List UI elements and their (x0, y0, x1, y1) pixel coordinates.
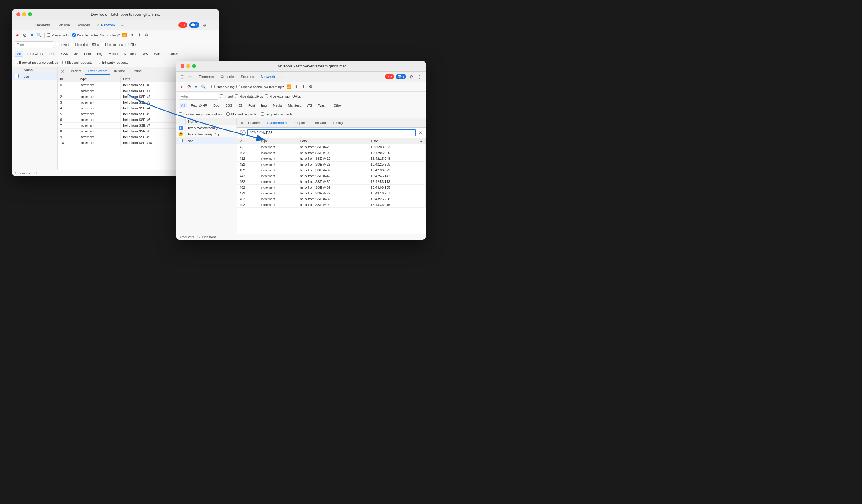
upload-icon-2[interactable]: ⬆ (293, 84, 299, 90)
type-btn-other-1[interactable]: Other (167, 51, 180, 56)
third-party-checkbox-1[interactable] (97, 61, 100, 64)
device-icon[interactable]: ▱ (23, 22, 29, 29)
third-party-label-1[interactable]: 3rd-party requests (97, 61, 128, 64)
type-btn-js-2[interactable]: JS (236, 103, 245, 108)
minimize-button-2[interactable] (186, 64, 190, 68)
eventstream-search-input[interactable] (247, 129, 416, 136)
record-icon[interactable]: ● (15, 32, 20, 38)
type-btn-manifest-2[interactable]: Manifest (285, 103, 303, 108)
tab-elements-2[interactable]: Elements (196, 74, 217, 80)
filter-icon-2[interactable]: ▼ (193, 84, 199, 90)
panel-tab-timing-1[interactable]: Timing (129, 68, 145, 75)
hide-data-urls-label-2[interactable]: Hide data URLs (235, 94, 263, 98)
blocked-requests-checkbox-2[interactable] (226, 112, 230, 116)
cursor-icon-2[interactable]: ⌶ (179, 74, 185, 80)
throttle-select-2[interactable]: No throttling ▾ (264, 85, 284, 89)
throttle-select-1[interactable]: No throttling ▾ (100, 33, 120, 37)
maximize-button-2[interactable] (192, 64, 196, 68)
sort-col-header-2[interactable]: ▲ (417, 138, 426, 144)
wifi-icon-2[interactable]: 📶 (286, 84, 291, 90)
hide-extension-urls-checkbox-1[interactable] (101, 43, 104, 46)
blocked-cookies-label-2[interactable]: Blocked response cookies (179, 112, 222, 116)
type-btn-img-2[interactable]: Img (259, 103, 269, 108)
filter-icon[interactable]: ▼ (29, 32, 35, 38)
table-row[interactable]: 452incrementhello from SSE #45216:42:56.… (237, 179, 426, 185)
settings2-icon-2[interactable]: ⚙ (308, 84, 313, 90)
panel-close-btn-1[interactable]: ✕ (60, 69, 65, 74)
maximize-button-1[interactable] (28, 12, 32, 16)
hide-data-urls-checkbox-1[interactable] (71, 43, 74, 46)
table-row[interactable]: 492incrementhello from SSE #49216:43:36.… (237, 202, 426, 208)
table-row[interactable]: 402incrementhello from SSE #40216:42:05.… (237, 150, 426, 156)
type-btn-manifest-1[interactable]: Manifest (121, 51, 139, 56)
type-btn-font-1[interactable]: Font (82, 51, 93, 56)
more-icon-1[interactable]: ⋮ (210, 22, 217, 29)
table-row[interactable]: 412incrementhello from SSE #41216:42:15.… (237, 156, 426, 162)
type-btn-fetch-2[interactable]: Fetch/XHR (188, 103, 210, 108)
hide-extension-urls-label-2[interactable]: Hide extension URLs (265, 94, 301, 98)
table-row[interactable]: 482incrementhello from SSE #48216:43:26.… (237, 196, 426, 202)
tab-sources-2[interactable]: Sources (238, 74, 257, 80)
invert-checkbox-2[interactable] (220, 94, 223, 98)
preserve-log-checkbox-1[interactable] (47, 34, 51, 37)
table-row[interactable]: 422incrementhello from SSE #42216:42:25.… (237, 162, 426, 168)
tab-console-1[interactable]: Console (53, 22, 73, 29)
sse-name-1[interactable]: sse (21, 73, 57, 80)
settings2-icon-1[interactable]: ⚙ (144, 32, 149, 38)
filter-circle-icon[interactable] (239, 130, 246, 136)
invert-checkbox-1[interactable] (56, 43, 59, 46)
type-btn-all-1[interactable]: All (15, 51, 23, 56)
fetch-name[interactable]: fetch-eventstream.gli... (186, 125, 237, 131)
clear-icon-2[interactable]: ⊘ (186, 84, 192, 90)
type-btn-js-1[interactable]: JS (72, 51, 80, 56)
tab-sources-1[interactable]: Sources (74, 22, 93, 29)
disable-cache-label-2[interactable]: Disable cache (236, 85, 262, 89)
panel-tab-timing-2[interactable]: Timing (330, 120, 346, 127)
hide-extension-urls-checkbox-2[interactable] (265, 94, 268, 98)
panel-tab-headers-2[interactable]: Headers (245, 120, 264, 127)
sse-checkbox-2[interactable] (179, 138, 183, 143)
tab-more-1[interactable]: » (119, 22, 125, 29)
panel-tab-initiator-1[interactable]: Initiator (111, 68, 128, 75)
blocked-cookies-checkbox-2[interactable] (179, 112, 182, 116)
type-btn-doc-2[interactable]: Doc (211, 103, 222, 108)
table-row[interactable]: 472incrementhello from SSE #47216:43:16.… (237, 190, 426, 196)
hide-data-urls-checkbox-2[interactable] (235, 94, 238, 98)
settings-icon-2[interactable]: ⚙ (408, 74, 415, 80)
table-row[interactable]: 432incrementhello from SSE #43216:42:36.… (237, 168, 426, 173)
record-icon-2[interactable]: ● (179, 84, 184, 90)
tab-network-1[interactable]: ⚠Network (94, 22, 118, 29)
search-icon[interactable]: 🔍 (37, 32, 42, 38)
panel-tab-response-2[interactable]: Response (290, 120, 312, 127)
type-btn-ws-2[interactable]: WS (304, 103, 315, 108)
invert-label-1[interactable]: Invert (56, 43, 69, 47)
type-btn-ws-1[interactable]: WS (140, 51, 151, 56)
type-btn-media-1[interactable]: Media (106, 51, 120, 56)
type-btn-doc-1[interactable]: Doc (47, 51, 58, 56)
table-row[interactable]: 442incrementhello from SSE #44216:42:46.… (237, 173, 426, 179)
tab-more-2[interactable]: » (279, 74, 285, 80)
type-btn-wasm-1[interactable]: Wasm (152, 51, 166, 56)
minimize-button-1[interactable] (22, 12, 26, 16)
upload-icon-1[interactable]: ⬆ (129, 32, 135, 38)
device-icon-2[interactable]: ▱ (187, 74, 193, 80)
preserve-log-label-1[interactable]: Preserve log (47, 34, 70, 37)
settings-icon-1[interactable]: ⚙ (201, 22, 208, 29)
sse-name-2[interactable]: sse (186, 137, 237, 144)
hide-data-urls-label-1[interactable]: Hide data URLs (71, 43, 99, 47)
table-row[interactable]: 42incrementhello from SSE #4216:36:03.65… (237, 144, 426, 150)
disable-cache-checkbox-1[interactable] (72, 34, 76, 37)
more-icon-2[interactable]: ⋮ (416, 74, 423, 80)
panel-tab-eventstream-1[interactable]: EventStream (85, 68, 110, 75)
invert-label-2[interactable]: Invert (220, 94, 233, 98)
table-row[interactable]: 462incrementhello from SSE #46216:43:06.… (237, 185, 426, 190)
wifi-icon-1[interactable]: 📶 (122, 32, 127, 38)
type-btn-media-2[interactable]: Media (270, 103, 284, 108)
preserve-log-checkbox-2[interactable] (211, 85, 214, 89)
blocked-cookies-label-1[interactable]: Blocked response cookies (15, 61, 58, 64)
request-row-topics[interactable]: T topics-taxonomy-v1.j... (176, 131, 237, 137)
blocked-requests-checkbox-1[interactable] (62, 61, 66, 64)
tab-network-2[interactable]: Network (258, 74, 278, 80)
download-icon-2[interactable]: ⬇ (301, 84, 306, 90)
filter-input-2[interactable] (179, 93, 218, 100)
